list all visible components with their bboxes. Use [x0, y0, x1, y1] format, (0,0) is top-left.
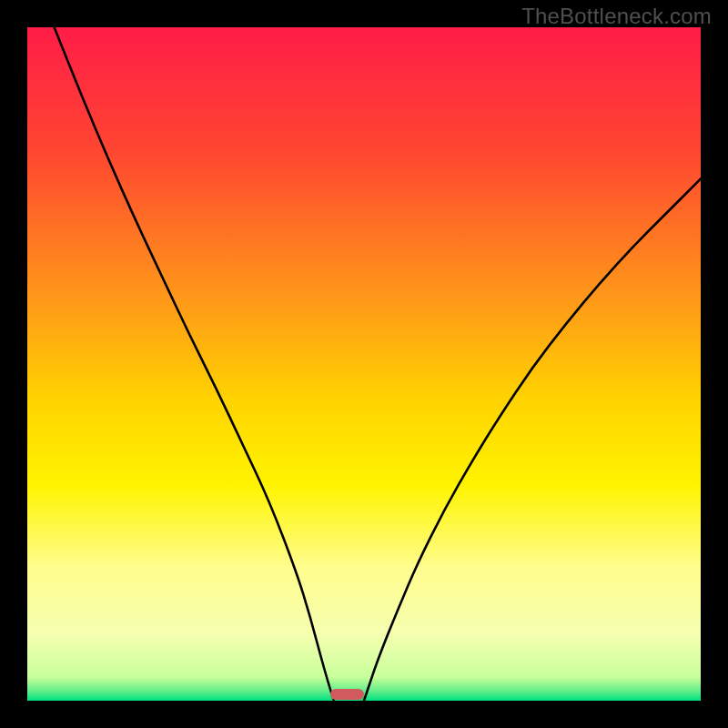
chart-plot-area — [27, 27, 701, 701]
chart-svg — [27, 27, 701, 701]
outer-black-frame: TheBottleneck.com — [0, 0, 728, 728]
watermark-text: TheBottleneck.com — [521, 4, 712, 29]
gradient-background — [27, 27, 701, 701]
bottleneck-marker — [330, 689, 364, 700]
marker-group — [330, 689, 364, 700]
